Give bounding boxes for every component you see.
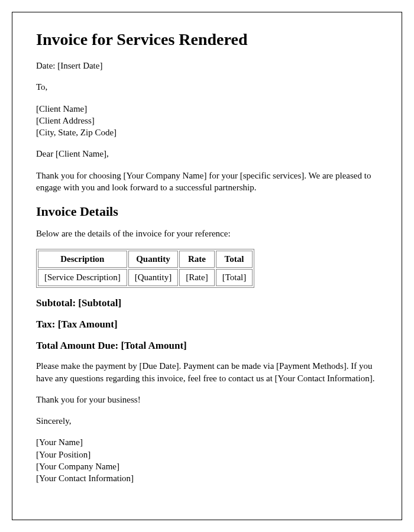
sender-contact: [Your Contact Information]	[36, 472, 378, 484]
closing-line: Sincerely,	[36, 415, 378, 427]
payment-paragraph: Please make the payment by [Due Date]. P…	[36, 360, 378, 384]
invoice-table: Description Quantity Rate Total [Service…	[36, 249, 254, 288]
client-address: [Client Address]	[36, 115, 378, 126]
total-due-line: Total Amount Due: [Total Amount]	[36, 340, 378, 352]
salutation: Dear [Client Name],	[36, 148, 378, 160]
header-description: Description	[38, 251, 127, 268]
cell-description: [Service Description]	[38, 269, 127, 286]
client-name: [Client Name]	[36, 103, 378, 115]
invoice-page: Invoice for Services Rendered Date: [Ins…	[12, 12, 402, 520]
sender-block: [Your Name] [Your Position] [Your Compan…	[36, 436, 378, 484]
invoice-details-heading: Invoice Details	[36, 204, 378, 219]
table-header-row: Description Quantity Rate Total	[38, 251, 253, 268]
subtotal-line: Subtotal: [Subtotal]	[36, 297, 378, 309]
sender-position: [Your Position]	[36, 449, 378, 460]
table-row: [Service Description] [Quantity] [Rate] …	[38, 269, 253, 286]
client-city-state-zip: [City, State, Zip Code]	[36, 126, 378, 138]
sender-company: [Your Company Name]	[36, 460, 378, 472]
date-line: Date: [Insert Date]	[36, 60, 378, 72]
cell-rate: [Rate]	[179, 269, 214, 286]
tax-line: Tax: [Tax Amount]	[36, 319, 378, 330]
header-rate: Rate	[179, 251, 214, 268]
to-label: To,	[36, 81, 378, 93]
cell-quantity: [Quantity]	[128, 269, 178, 286]
details-intro: Below are the details of the invoice for…	[36, 228, 378, 239]
header-quantity: Quantity	[128, 251, 178, 268]
intro-paragraph: Thank you for choosing [Your Company Nam…	[36, 170, 378, 194]
client-address-block: [Client Name] [Client Address] [City, St…	[36, 103, 378, 139]
cell-total: [Total]	[216, 269, 253, 286]
sender-name: [Your Name]	[36, 436, 378, 448]
header-total: Total	[216, 251, 253, 268]
page-title: Invoice for Services Rendered	[36, 30, 378, 49]
thankyou-line: Thank you for your business!	[36, 394, 378, 406]
